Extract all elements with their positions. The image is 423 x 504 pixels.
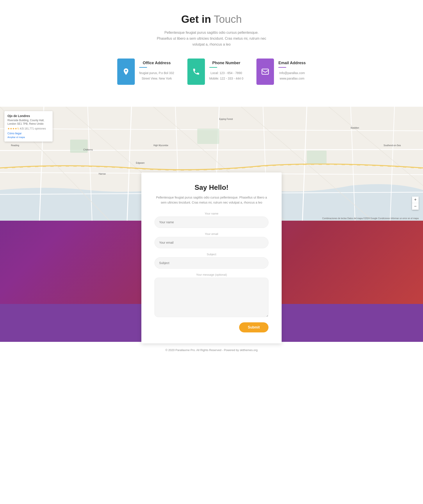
- header-section: Get in Touch Pellentesque feugiat purus …: [0, 0, 423, 107]
- message-group: Your message (optional): [155, 273, 268, 318]
- svg-text:High Wycombe: High Wycombe: [153, 144, 168, 147]
- email-label: Your email: [155, 232, 268, 236]
- name-input[interactable]: [155, 216, 268, 228]
- map-zoom-controls: + −: [412, 197, 419, 210]
- subject-input[interactable]: [155, 257, 268, 269]
- office-icon-box: [117, 59, 135, 85]
- svg-text:Epping Forest: Epping Forest: [219, 118, 233, 120]
- email-content: Email Address Info@parallax.com www.para…: [278, 59, 306, 81]
- svg-rect-23: [307, 150, 326, 164]
- map-zoom-in[interactable]: +: [412, 197, 419, 203]
- email-icon-box: [256, 59, 274, 85]
- email-icon: [261, 68, 269, 76]
- phone-text: Local: 123 - 654 - 7890 Mobile: 122 - 33…: [209, 70, 243, 81]
- contact-form: Say Hello! Pellentesque feugiat purus sa…: [141, 173, 282, 344]
- location-icon: [122, 68, 130, 76]
- email-address-card: Email Address Info@parallax.com www.para…: [256, 59, 306, 85]
- footer: © 2020 Parallaxme Pro. All Rights Reserv…: [0, 342, 423, 358]
- office-text: feugiat purus, P.o Bol 332 Street View. …: [139, 70, 174, 81]
- subject-group: Subject: [155, 253, 268, 269]
- office-content: Office Address feugiat purus, P.o Bol 33…: [139, 59, 174, 81]
- svg-text:Southend-on-Sea: Southend-on-Sea: [384, 144, 401, 147]
- phone-divider: [209, 67, 217, 68]
- email-text: Info@parallax.com www.parallax.com: [278, 70, 306, 81]
- name-group: Your name: [155, 212, 268, 228]
- submit-button[interactable]: Submit: [239, 322, 268, 332]
- map-place-name: Ojo de Londres: [7, 114, 49, 118]
- phone-title: Phone Number: [209, 61, 243, 65]
- form-subtitle: Pellentesque feugiat purus sagittis odio…: [155, 195, 268, 205]
- svg-rect-0: [262, 69, 268, 74]
- email-title: Email Address: [278, 61, 306, 65]
- office-divider: [139, 67, 147, 68]
- phone-icon-box: [187, 59, 205, 85]
- map-expand[interactable]: Ampliar el mapa: [7, 136, 49, 138]
- map-info-panel: Ojo de Londres Riverside Building, Count…: [4, 111, 53, 142]
- phone-number-card: Phone Number Local: 123 - 654 - 7890 Mob…: [187, 59, 243, 85]
- svg-rect-22: [197, 129, 219, 144]
- svg-text:Basildon: Basildon: [351, 127, 359, 129]
- office-address-card: Office Address feugiat purus, P.o Bol 33…: [117, 59, 174, 85]
- name-label: Your name: [155, 212, 268, 215]
- page-title: Get in Touch: [4, 13, 419, 25]
- footer-text: © 2020 Parallaxme Pro. All Rights Reserv…: [4, 348, 419, 352]
- phone-content: Phone Number Local: 123 - 654 - 7890 Mob…: [209, 59, 243, 81]
- email-group: Your email: [155, 232, 268, 248]
- map-place-address: Riverside Building, County Hall,London S…: [7, 119, 49, 126]
- gradient-section: Watford Reading Southend-on-Sea Basildon…: [0, 107, 423, 304]
- email-divider: [278, 67, 286, 68]
- svg-text:Reading: Reading: [11, 144, 19, 147]
- map-rating: ★★★★½ 4.5 181,771 opiniones: [7, 127, 49, 130]
- map-credit: Combinaciones de teclas Datos del mapa ©…: [322, 217, 419, 220]
- map-actions: Cómo llegar: [7, 132, 49, 135]
- email-input[interactable]: [155, 237, 268, 248]
- header-subtitle: Pellentesque feugiat purus sagittis odio…: [157, 30, 266, 48]
- form-title: Say Hello!: [155, 183, 268, 192]
- subject-label: Subject: [155, 253, 268, 256]
- message-textarea[interactable]: [155, 278, 268, 317]
- phone-icon: [192, 68, 200, 76]
- office-title: Office Address: [139, 61, 174, 65]
- info-cards: Office Address feugiat purus, P.o Bol 33…: [4, 59, 419, 98]
- message-label: Your message (optional): [155, 273, 268, 276]
- svg-text:Harrow: Harrow: [99, 173, 106, 175]
- map-zoom-out[interactable]: −: [412, 203, 419, 210]
- svg-text:Chilterns: Chilterns: [83, 148, 93, 151]
- svg-text:Edgware: Edgware: [136, 162, 145, 164]
